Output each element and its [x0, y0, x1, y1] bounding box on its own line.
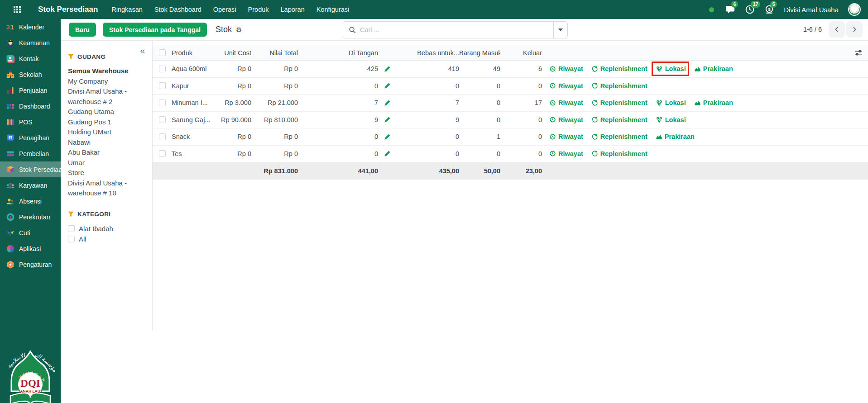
table-row[interactable]: Tes Rp 0 Rp 0 0 0 0 0 Riwayat Replenishm…: [153, 146, 868, 163]
sidebar-item-perekrutan[interactable]: Perekrutan: [0, 209, 61, 225]
select-all-checkbox[interactable]: [159, 49, 166, 56]
header-barang-masuk[interactable]: Barang Masuk: [459, 49, 500, 57]
revenues-icon[interactable]: $ 5: [764, 5, 774, 14]
activities-icon[interactable]: 17: [745, 5, 755, 14]
kategori-checkbox[interactable]: [68, 236, 75, 242]
stock-at-date-button[interactable]: Stok Persediaan pada Tanggal: [103, 23, 207, 37]
user-avatar[interactable]: [848, 3, 861, 16]
sidebar-item-kontak[interactable]: Kontak: [0, 51, 61, 66]
header-nilai-total[interactable]: Nilai Total: [251, 49, 298, 57]
header-bebas[interactable]: Bebas untuk...: [396, 49, 459, 57]
company-switcher[interactable]: Divisi Amal Usaha: [784, 6, 839, 14]
menu-konfigurasi[interactable]: Konfigurasi: [317, 6, 350, 13]
menu-ringkasan[interactable]: Ringkasan: [111, 6, 143, 13]
header-keluar[interactable]: Keluar: [500, 49, 542, 57]
sidebar-item-keamanan[interactable]: Keamanan: [0, 35, 61, 51]
replenishment-button[interactable]: Replenishment: [591, 133, 647, 140]
table-row[interactable]: Minuman I... Rp 3.000 Rp 21.000 7 7 0 17…: [153, 95, 868, 112]
filter-gudang-divisi-2[interactable]: Divisi Amal Usaha - warehouse # 2: [68, 86, 147, 107]
prakiraan-button[interactable]: Prakiraan: [694, 65, 733, 72]
riwayat-button[interactable]: Riwayat: [549, 116, 583, 123]
apps-grid-icon[interactable]: [14, 6, 21, 13]
filter-gudang-umar[interactable]: Umar: [68, 158, 147, 168]
kategori-checkbox[interactable]: [68, 225, 75, 232]
edit-quantity-icon[interactable]: [384, 133, 391, 140]
header-produk[interactable]: Produk: [172, 49, 217, 57]
row-checkbox[interactable]: [159, 116, 166, 123]
filter-gudang-semua-warehouse[interactable]: Semua Warehouse: [68, 66, 147, 76]
filter-gudang-nabawi[interactable]: Nabawi: [68, 137, 147, 148]
prakiraan-button[interactable]: Prakiraan: [694, 99, 733, 106]
sidebar-item-absensi[interactable]: Absensi: [0, 193, 61, 209]
sidebar-item-penagihan[interactable]: $ Penagihan: [0, 130, 61, 146]
filter-kategori-all[interactable]: All: [68, 234, 147, 244]
table-row[interactable]: Kapur Rp 0 Rp 0 0 0 0 0 Riwayat Replenis…: [153, 78, 868, 95]
filter-gudang-store[interactable]: Store: [68, 168, 147, 178]
prakiraan-button[interactable]: Prakiraan: [656, 133, 695, 140]
edit-quantity-icon[interactable]: [384, 100, 391, 106]
sidebar-item-karyawan[interactable]: Karyawan: [0, 177, 61, 193]
messages-icon[interactable]: 6: [725, 5, 735, 14]
replenishment-button[interactable]: Replenishment: [591, 99, 647, 106]
filter-gudang-utama[interactable]: Gudang Utama: [68, 107, 147, 117]
cell-barang-masuk: 1: [459, 133, 500, 140]
riwayat-button[interactable]: Riwayat: [549, 65, 583, 72]
lokasi-button[interactable]: Lokasi: [656, 65, 686, 72]
row-checkbox[interactable]: [159, 150, 166, 157]
row-checkbox[interactable]: [159, 82, 166, 89]
edit-quantity-icon[interactable]: [384, 66, 391, 72]
filter-gudang-abu-bakar[interactable]: Abu Bakar: [68, 147, 147, 158]
edit-quantity-icon[interactable]: [384, 82, 391, 89]
row-checkbox[interactable]: [159, 133, 166, 140]
header-di-tangan[interactable]: Di Tangan: [298, 49, 378, 57]
sidebar-item-sekolah[interactable]: Sekolah: [0, 66, 61, 82]
filter-gudang-pos-1[interactable]: Gudang Pos 1: [68, 117, 147, 128]
riwayat-button[interactable]: Riwayat: [549, 133, 583, 140]
pager-next-button[interactable]: [846, 21, 863, 38]
sidebar-item-cuti[interactable]: Cuti: [0, 225, 61, 241]
search-input[interactable]: [356, 26, 553, 33]
sidebar-item-pos[interactable]: POS: [0, 114, 61, 130]
view-settings-gear-icon[interactable]: [236, 26, 242, 34]
replenishment-button[interactable]: Replenishment: [591, 82, 647, 90]
sidebar-item-kalender[interactable]: 31 Kalender: [0, 19, 61, 35]
riwayat-button[interactable]: Riwayat: [549, 82, 583, 90]
sidebar-item-aplikasi[interactable]: Aplikasi: [0, 241, 61, 256]
menu-stok-dashboard[interactable]: Stok Dashboard: [154, 6, 201, 13]
edit-quantity-icon[interactable]: [384, 150, 391, 157]
filter-kategori-alat-ibadah[interactable]: Alat Ibadah: [68, 223, 147, 234]
edit-quantity-icon[interactable]: [384, 116, 391, 123]
riwayat-button[interactable]: Riwayat: [549, 150, 583, 157]
sidebar-item-dashboard[interactable]: Dashboard: [0, 98, 61, 114]
menu-laporan[interactable]: Laporan: [281, 6, 305, 13]
sidebar-item-pembelian[interactable]: Pembelian: [0, 146, 61, 161]
lokasi-button[interactable]: Lokasi: [656, 116, 686, 123]
app-title[interactable]: Stok Persediaan: [38, 5, 98, 14]
replenishment-button[interactable]: Replenishment: [591, 150, 647, 157]
cell-di-tangan: 425: [298, 65, 378, 72]
replenishment-button[interactable]: Replenishment: [591, 65, 647, 72]
filter-gudang-holding-umart[interactable]: Holding UMart: [68, 127, 147, 137]
row-checkbox[interactable]: [159, 100, 166, 106]
table-row[interactable]: Aqua 600ml Rp 0 Rp 0 425 419 49 6 Riwaya…: [153, 61, 868, 78]
filter-gudang-my-company[interactable]: My Company: [68, 76, 147, 87]
table-row[interactable]: Snack Rp 0 Rp 0 0 0 1 0 Riwayat Replenis…: [153, 128, 868, 146]
collapse-panel-button[interactable]: [140, 46, 145, 55]
sidebar-item-penjualan[interactable]: Penjualan: [0, 82, 61, 98]
sidebar-item-stok-persediaan[interactable]: Stok Persediaan: [0, 161, 61, 177]
new-button[interactable]: Baru: [69, 23, 96, 37]
table-row[interactable]: Sarung Gaj... Rp 90.000 Rp 810.000 9 9 0…: [153, 112, 868, 129]
history-icon: [549, 116, 556, 123]
sidebar-item-pengaturan[interactable]: Pengaturan: [0, 256, 61, 272]
row-checkbox[interactable]: [159, 66, 166, 72]
header-unit-cost[interactable]: Unit Cost: [217, 49, 251, 57]
menu-produk[interactable]: Produk: [248, 6, 269, 13]
replenishment-button[interactable]: Replenishment: [591, 116, 647, 123]
menu-operasi[interactable]: Operasi: [213, 6, 236, 13]
search-dropdown-toggle[interactable]: [553, 22, 567, 38]
pager-prev-button[interactable]: [829, 21, 845, 38]
lokasi-button[interactable]: Lokasi: [656, 99, 686, 106]
adjust-columns-icon[interactable]: [854, 49, 863, 56]
filter-gudang-divisi-10[interactable]: Divisi Amal Usaha - warehouse # 10: [68, 178, 147, 199]
riwayat-button[interactable]: Riwayat: [549, 99, 583, 106]
